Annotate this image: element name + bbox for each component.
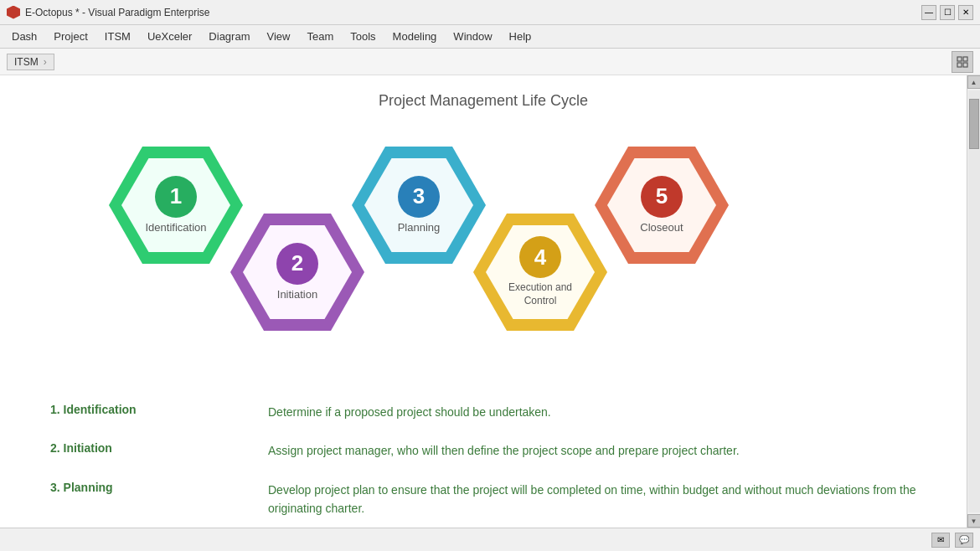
scrollbar[interactable]: ▲ ▼ [967,75,980,528]
hex-diagram: 1 Identification 2 Initiation [34,130,933,373]
diagram-title: Project Management Life Cycle [34,92,933,110]
list-label-1: 1. Identification [50,403,268,416]
hex-label-2: Initiation [277,288,317,302]
view-toggle-button[interactable] [952,51,973,73]
menu-window[interactable]: Window [445,27,500,46]
breadcrumb-arrow: › [44,56,47,68]
breadcrumb[interactable]: ITSM › [7,54,54,70]
menu-itsm[interactable]: ITSM [96,27,139,46]
hex-label-4: Execution andControl [508,281,572,307]
hex-identification[interactable]: 1 Identification [109,147,243,264]
scrollbar-track[interactable] [968,90,980,512]
list-desc-2: Assign project manager, who will then de… [268,441,740,460]
list-item-1: 1. Identification Determine if a propose… [50,403,916,421]
title-bar-text: E-Octopus * - Visual Paradigm Enterprise [25,7,921,18]
hex-number-4: 4 [519,236,561,278]
list-desc-1: Determine if a proposed project should b… [268,403,551,421]
hex-number-5: 5 [641,176,683,218]
toolbar-right [952,51,973,73]
scrollbar-thumb[interactable] [969,99,979,149]
chat-icon: 💬 [959,535,969,544]
menu-uexceler[interactable]: UeXceler [139,27,200,46]
hex-number-1: 1 [155,176,197,218]
main-area: Project Management Life Cycle 1 Identifi… [0,75,980,528]
hex-inner-4: 4 Execution andControl [486,225,595,319]
email-status-button[interactable]: ✉ [931,533,950,548]
menu-tools[interactable]: Tools [342,27,384,46]
title-bar: E-Octopus * - Visual Paradigm Enterprise… [0,0,980,25]
hex-label-1: Identification [146,221,207,235]
list-label-2: 2. Initiation [50,441,268,455]
hex-inner-5: 5 Closeout [607,158,716,252]
list-item-2: 2. Initiation Assign project manager, wh… [50,441,916,460]
chat-status-button[interactable]: 💬 [955,533,973,548]
email-icon: ✉ [937,535,944,544]
list-section: 1. Identification Determine if a propose… [34,403,933,518]
hex-label-5: Closeout [640,221,683,235]
menu-dash[interactable]: Dash [3,27,45,46]
toolbar: ITSM › [0,49,980,75]
status-bar: ✉ 💬 [0,528,980,551]
menu-modeling[interactable]: Modeling [384,27,446,46]
menu-diagram[interactable]: Diagram [200,27,258,46]
hex-label-3: Planning [398,221,441,235]
breadcrumb-label: ITSM [14,56,39,68]
svg-rect-1 [963,57,967,61]
hex-outer-1: 1 Identification [109,147,243,264]
hex-inner-1: 1 Identification [121,158,230,252]
grid-icon [957,56,968,68]
menu-bar: Dash Project ITSM UeXceler Diagram View … [0,25,980,49]
list-label-3: 3. Planning [50,481,268,494]
minimize-button[interactable]: — [921,5,936,20]
hex-planning[interactable]: 3 Planning [352,147,486,264]
content-panel: Project Management Life Cycle 1 Identifi… [0,75,967,528]
menu-help[interactable]: Help [501,27,540,46]
hex-outer-2: 2 Initiation [230,214,364,331]
hex-inner-2: 2 Initiation [243,225,352,319]
hex-execution[interactable]: 4 Execution andControl [473,214,607,331]
list-item-3: 3. Planning Develop project plan to ensu… [50,481,916,518]
hex-outer-5: 5 Closeout [595,147,729,264]
app-icon [7,6,20,19]
svg-rect-0 [957,57,962,61]
menu-team[interactable]: Team [298,27,342,46]
hex-inner-3: 3 Planning [364,158,473,252]
hex-outer-3: 3 Planning [352,147,486,264]
hex-outer-4: 4 Execution andControl [473,214,607,331]
hex-number-2: 2 [276,243,318,285]
scroll-down-button[interactable]: ▼ [967,514,981,528]
menu-view[interactable]: View [258,27,298,46]
scroll-up-button[interactable]: ▲ [967,75,981,89]
hex-closeout[interactable]: 5 Closeout [595,147,729,264]
hex-initiation[interactable]: 2 Initiation [230,214,364,331]
close-button[interactable]: ✕ [958,5,973,20]
svg-rect-3 [963,63,967,67]
svg-rect-2 [957,63,962,67]
title-bar-controls: — ☐ ✕ [921,5,973,20]
menu-project[interactable]: Project [45,27,95,46]
hex-number-3: 3 [398,176,440,218]
list-desc-3: Develop project plan to ensure that the … [268,481,916,518]
maximize-button[interactable]: ☐ [940,5,955,20]
